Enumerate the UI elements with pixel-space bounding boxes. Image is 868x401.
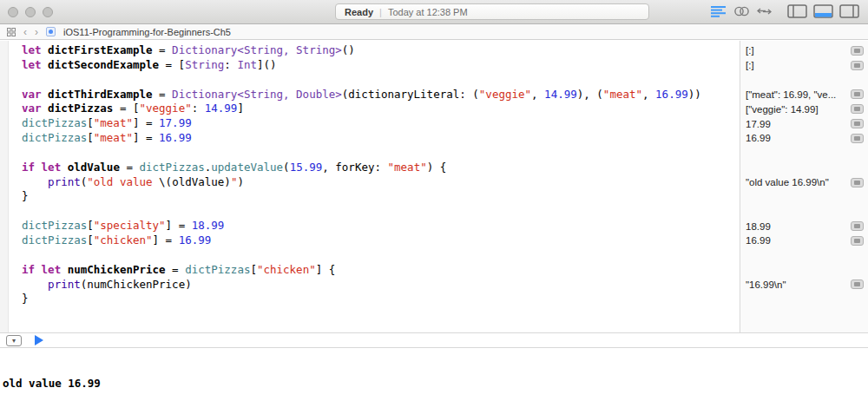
- result-row: [740, 204, 868, 219]
- status-text: Ready: [345, 7, 373, 17]
- result-row: [740, 263, 868, 278]
- minimize-window-button[interactable]: [25, 7, 36, 17]
- run-playground-icon[interactable]: [35, 335, 43, 345]
- show-result-button[interactable]: [851, 221, 864, 231]
- code-lines: let dictFirstExample = Dictionary<String…: [22, 43, 740, 306]
- editor-mode-group: [711, 6, 772, 17]
- result-value: ["veggie": 14.99]: [746, 104, 819, 115]
- show-result-button[interactable]: [851, 279, 864, 289]
- code-line: [22, 146, 740, 161]
- result-row: 18.99: [740, 219, 868, 233]
- standard-editor-icon[interactable]: [711, 6, 727, 17]
- code-line: [22, 73, 740, 88]
- xcode-playground-window: Ready | Today at 12:38 PM: [0, 0, 868, 401]
- traffic-lights: [8, 7, 53, 17]
- result-row: [:]: [740, 43, 868, 58]
- code-line: [22, 248, 740, 263]
- version-editor-icon[interactable]: [757, 6, 772, 16]
- show-result-button[interactable]: [851, 178, 864, 187]
- code-line: dictPizzas["meat"] = 17.99: [22, 116, 740, 131]
- zoom-window-button[interactable]: [43, 7, 53, 17]
- console-output[interactable]: old value 16.99 16.99: [0, 348, 868, 401]
- result-row: [740, 146, 868, 161]
- result-row: [740, 292, 868, 306]
- show-result-button[interactable]: [851, 46, 864, 56]
- code-line: if let numChickenPrice = dictPizzas["chi…: [22, 263, 740, 278]
- result-row: [740, 248, 868, 263]
- forward-button[interactable]: ›: [35, 28, 38, 36]
- result-value: "old value 16.99\n": [746, 177, 829, 187]
- result-row: 16.99: [740, 233, 868, 248]
- close-window-button[interactable]: [8, 7, 18, 17]
- related-items-icon[interactable]: [7, 28, 16, 36]
- result-value: 16.99: [746, 133, 771, 143]
- debug-bar: ▾: [0, 332, 868, 348]
- breadcrumb-file-title[interactable]: iOS11-Programming-for-Beginners-Ch5: [63, 27, 231, 37]
- result-row: "old value 16.99\n": [740, 175, 868, 190]
- jump-bar: ‹ › iOS11-Programming-for-Beginners-Ch5: [0, 24, 868, 40]
- result-value: ["meat": 16.99, "ve...: [746, 89, 836, 100]
- panel-toggle-group: [787, 4, 859, 18]
- status-separator: |: [379, 7, 382, 17]
- show-result-button[interactable]: [851, 119, 864, 128]
- code-line: }: [22, 189, 740, 204]
- show-result-button[interactable]: [851, 104, 864, 114]
- result-row: [:]: [740, 58, 868, 73]
- result-value: 17.99: [746, 119, 771, 129]
- editor-gutter: [0, 41, 9, 332]
- code-line: dictPizzas["chicken"] = 16.99: [22, 233, 740, 248]
- code-line: let dictSecondExample = [String: Int](): [22, 58, 740, 73]
- result-value: "16.99\n": [746, 279, 786, 290]
- code-line: }: [22, 292, 740, 306]
- show-result-button[interactable]: [851, 61, 864, 70]
- show-result-button[interactable]: [851, 89, 864, 99]
- hide-console-icon[interactable]: ▾: [6, 335, 22, 346]
- code-line: dictPizzas["specialty"] = 18.99: [22, 219, 740, 233]
- code-line: var dictThirdExample = Dictionary<String…: [22, 88, 740, 102]
- activity-viewer: Ready | Today at 12:38 PM: [335, 3, 649, 20]
- result-value: 18.99: [746, 221, 771, 232]
- result-row: ["veggie": 14.99]: [740, 102, 868, 116]
- code-line: dictPizzas["meat"] = 16.99: [22, 131, 740, 146]
- show-result-button[interactable]: [851, 236, 864, 246]
- result-row: "16.99\n": [740, 278, 868, 293]
- status-timestamp: Today at 12:38 PM: [388, 7, 468, 17]
- navigator-panel-icon[interactable]: [787, 4, 807, 18]
- playground-results-sidebar: [:][:]["meat": 16.99, "ve...["veggie": 1…: [740, 41, 868, 332]
- code-line: let dictFirstExample = Dictionary<String…: [22, 43, 740, 58]
- console-line: old value 16.99: [3, 377, 868, 391]
- result-row: [740, 73, 868, 88]
- result-row: 17.99: [740, 116, 868, 131]
- result-value: [:]: [746, 60, 754, 70]
- code-editor[interactable]: let dictFirstExample = Dictionary<String…: [10, 41, 740, 332]
- result-value: 16.99: [746, 235, 771, 246]
- result-value: [:]: [746, 45, 754, 56]
- code-line: var dictPizzas = ["veggie": 14.99]: [22, 102, 740, 116]
- result-row: [740, 161, 868, 175]
- assistant-editor-icon[interactable]: [734, 6, 749, 16]
- result-rows: [:][:]["meat": 16.99, "ve...["veggie": 1…: [740, 43, 868, 306]
- code-line: print("old value \(oldValue)"): [22, 175, 740, 190]
- code-line: print(numChickenPrice): [22, 278, 740, 293]
- playground-file-icon: [46, 27, 56, 36]
- code-line: [22, 204, 740, 219]
- result-row: [740, 189, 868, 204]
- utilities-panel-icon[interactable]: [839, 4, 859, 18]
- show-result-button[interactable]: [851, 134, 864, 143]
- code-line: if let oldValue = dictPizzas.updateValue…: [22, 161, 740, 175]
- result-row: 16.99: [740, 131, 868, 146]
- result-row: ["meat": 16.99, "ve...: [740, 88, 868, 102]
- back-button[interactable]: ‹: [23, 28, 27, 36]
- title-bar: Ready | Today at 12:38 PM: [0, 0, 868, 24]
- debug-area-panel-icon[interactable]: [813, 4, 833, 18]
